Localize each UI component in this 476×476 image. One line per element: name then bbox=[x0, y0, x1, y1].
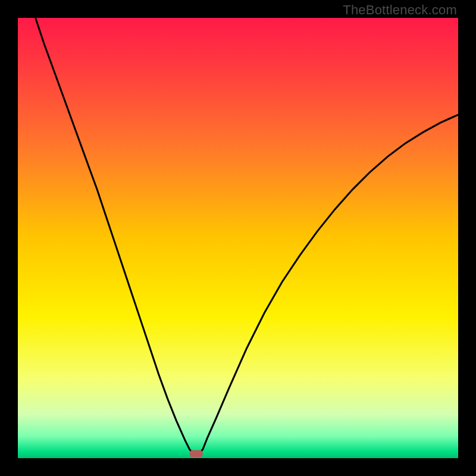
chart-frame bbox=[18, 18, 458, 458]
watermark-text: TheBottleneck.com bbox=[343, 2, 457, 18]
chart-svg bbox=[18, 18, 458, 458]
chart-marker bbox=[190, 450, 203, 458]
chart-background bbox=[18, 18, 458, 458]
